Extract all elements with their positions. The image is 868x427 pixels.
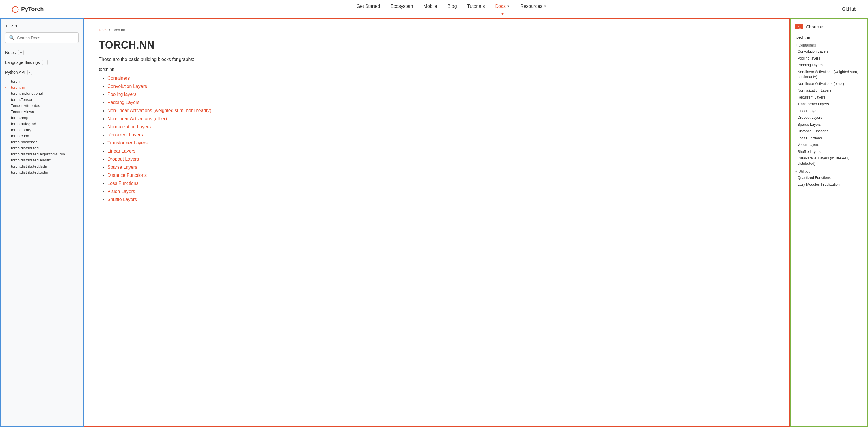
right-sidebar: >_ Shortcuts torch.nn + Containers Convo… bbox=[790, 19, 868, 427]
shortcut-transformer[interactable]: Transformer Layers bbox=[795, 101, 863, 108]
shortcut-shuffle[interactable]: Shuffle Layers bbox=[795, 149, 863, 155]
shortcut-recurrent[interactable]: Recurrent Layers bbox=[795, 94, 863, 101]
shortcut-dataparallel[interactable]: DataParallel Layers (multi-GPU, distribu… bbox=[795, 155, 863, 167]
list-link-convolution[interactable]: Convolution Layers bbox=[107, 84, 147, 89]
shortcut-containers-plus[interactable]: + Containers bbox=[795, 42, 863, 48]
sidebar-item-torchnn[interactable]: torch.nn bbox=[9, 84, 79, 90]
shortcut-dropout[interactable]: Dropout Layers bbox=[795, 114, 863, 121]
nav-links: Get Started Ecosystem Mobile Blog Tutori… bbox=[61, 4, 842, 15]
shortcut-vision[interactable]: Vision Layers bbox=[795, 142, 863, 149]
sidebar-section-language: Language Bindings + bbox=[5, 59, 79, 66]
list-link-pooling[interactable]: Pooling layers bbox=[107, 92, 136, 97]
python-badge[interactable]: - bbox=[27, 70, 32, 75]
sidebar-item-torch-distributed-optim[interactable]: torch.distributed.optim bbox=[9, 169, 79, 175]
shortcut-loss[interactable]: Loss Functions bbox=[795, 135, 863, 142]
shortcuts-top-item[interactable]: torch.nn bbox=[795, 34, 863, 41]
sidebar-nav: torch torch.nn torch.nn.functional torch… bbox=[5, 78, 79, 175]
search-input[interactable] bbox=[17, 35, 75, 40]
list-item: Normalization Layers bbox=[107, 124, 775, 129]
sidebar-item-torchnn-functional[interactable]: torch.nn.functional bbox=[9, 90, 79, 96]
list-link-recurrent[interactable]: Recurrent Layers bbox=[107, 132, 143, 137]
shortcut-pooling[interactable]: Pooling layers bbox=[795, 55, 863, 62]
docs-chevron-icon: ▼ bbox=[507, 5, 510, 8]
list-item: Linear Layers bbox=[107, 149, 775, 154]
search-box[interactable]: 🔍 bbox=[5, 32, 79, 43]
breadcrumb-current: torch.nn bbox=[112, 28, 125, 32]
nav-github[interactable]: GitHub bbox=[842, 7, 857, 12]
sidebar-item-torch-library[interactable]: torch.library bbox=[9, 127, 79, 133]
logo[interactable]: ◯ PyTorch bbox=[11, 5, 44, 13]
sidebar-item-torch-distributed-fsdp[interactable]: torch.distributed.fsdp bbox=[9, 163, 79, 169]
breadcrumb-parent[interactable]: Docs bbox=[99, 28, 107, 32]
list-link-dropout[interactable]: Dropout Layers bbox=[107, 157, 139, 161]
version-chevron-icon: ▼ bbox=[15, 24, 18, 28]
list-link-distance[interactable]: Distance Functions bbox=[107, 173, 147, 178]
top-nav: ◯ PyTorch Get Started Ecosystem Mobile B… bbox=[0, 0, 868, 19]
version-selector[interactable]: 1.12 ▼ bbox=[5, 24, 79, 28]
sidebar-item-tensor-attributes[interactable]: Tensor Attributes bbox=[9, 102, 79, 109]
shortcut-normalization[interactable]: Normalization Layers bbox=[795, 87, 863, 94]
shortcut-distance[interactable]: Distance Functions bbox=[795, 128, 863, 135]
nav-docs[interactable]: Docs ▼ bbox=[495, 4, 510, 15]
sidebar-item-torch[interactable]: torch bbox=[9, 78, 79, 84]
shortcut-nonlinear-weighted[interactable]: Non-linear Activations (weighted sum, no… bbox=[795, 69, 863, 81]
list-item: Vision Layers bbox=[107, 189, 775, 194]
sidebar-item-torch-autograd[interactable]: torch.autograd bbox=[9, 121, 79, 127]
shortcut-convolution[interactable]: Convolution Layers bbox=[795, 48, 863, 55]
list-item: Containers bbox=[107, 76, 775, 81]
notes-badge[interactable]: + bbox=[18, 50, 24, 55]
shortcut-nonlinear-other[interactable]: Non-linear Activations (other) bbox=[795, 81, 863, 88]
list-link-sparse[interactable]: Sparse Layers bbox=[107, 165, 137, 170]
sidebar-item-torch-cuda[interactable]: torch.cuda bbox=[9, 133, 79, 139]
nav-get-started[interactable]: Get Started bbox=[356, 4, 380, 15]
sidebar-item-torch-distributed[interactable]: torch.distributed bbox=[9, 145, 79, 151]
main-layout: 1.12 ▼ 🔍 Notes + Language Bindings + Pyt… bbox=[0, 19, 868, 427]
nav-tutorials[interactable]: Tutorials bbox=[467, 4, 485, 15]
sidebar-item-torch-amp[interactable]: torch.amp bbox=[9, 115, 79, 121]
list-link-shuffle[interactable]: Shuffle Layers bbox=[107, 197, 137, 202]
list-link-loss[interactable]: Loss Functions bbox=[107, 181, 138, 186]
shortcut-quantized[interactable]: Quantized Functions bbox=[795, 175, 863, 181]
list-item: Recurrent Layers bbox=[107, 132, 775, 138]
list-item: Loss Functions bbox=[107, 181, 775, 186]
list-link-linear[interactable]: Linear Layers bbox=[107, 149, 135, 153]
list-link-padding[interactable]: Padding Layers bbox=[107, 100, 140, 105]
list-link-transformer[interactable]: Transformer Layers bbox=[107, 141, 148, 145]
shortcut-utilities-plus[interactable]: + Utilities bbox=[795, 169, 863, 175]
list-item: Transformer Layers bbox=[107, 141, 775, 146]
sidebar-item-torch-tensor[interactable]: torch.Tensor bbox=[9, 96, 79, 102]
list-link-normalization[interactable]: Normalization Layers bbox=[107, 124, 151, 129]
content-list: Containers Convolution Layers Pooling la… bbox=[99, 76, 775, 202]
nav-resources[interactable]: Resources ▼ bbox=[520, 4, 547, 15]
shortcut-sparse[interactable]: Sparse Layers bbox=[795, 121, 863, 128]
shortcut-linear[interactable]: Linear Layers bbox=[795, 108, 863, 115]
language-badge[interactable]: + bbox=[42, 60, 48, 65]
shortcuts-terminal-icon: >_ bbox=[795, 24, 803, 29]
search-icon: 🔍 bbox=[9, 35, 15, 40]
sidebar-python-header[interactable]: Python API - bbox=[5, 68, 79, 76]
list-link-nonlinear-other[interactable]: Non-linear Activations (other) bbox=[107, 116, 167, 121]
nav-blog[interactable]: Blog bbox=[447, 4, 457, 15]
sidebar-item-tensor-views[interactable]: Tensor Views bbox=[9, 109, 79, 115]
sidebar-item-torch-distributed-algorithms[interactable]: torch.distributed.algorithms.join bbox=[9, 151, 79, 157]
nav-mobile[interactable]: Mobile bbox=[424, 4, 437, 15]
page-subtitle: These are the basic building blocks for … bbox=[99, 57, 775, 62]
sidebar-language-header[interactable]: Language Bindings + bbox=[5, 59, 79, 66]
sidebar-item-torch-distributed-elastic[interactable]: torch.distributed.elastic bbox=[9, 157, 79, 163]
shortcut-lazy-modules[interactable]: Lazy Modules Initialization bbox=[795, 181, 863, 188]
sidebar-item-torch-backends[interactable]: torch.backends bbox=[9, 139, 79, 145]
list-link-nonlinear-weighted[interactable]: Non-linear Activations (weighted sum, no… bbox=[107, 108, 211, 113]
list-item: Shuffle Layers bbox=[107, 197, 775, 202]
sidebar-notes-header[interactable]: Notes + bbox=[5, 49, 79, 56]
list-link-containers[interactable]: Containers bbox=[107, 76, 130, 81]
list-item: Pooling layers bbox=[107, 92, 775, 97]
nav-ecosystem[interactable]: Ecosystem bbox=[391, 4, 413, 15]
page-title: TORCH.NN bbox=[99, 39, 775, 51]
shortcut-padding[interactable]: Padding Layers bbox=[795, 62, 863, 69]
list-link-vision[interactable]: Vision Layers bbox=[107, 189, 135, 194]
shortcuts-header: >_ Shortcuts bbox=[795, 24, 863, 29]
sidebar-section-python: Python API - bbox=[5, 68, 79, 76]
active-indicator bbox=[502, 13, 504, 15]
main-content: Docs > torch.nn TORCH.NN These are the b… bbox=[84, 19, 790, 427]
list-item: Distance Functions bbox=[107, 173, 775, 178]
